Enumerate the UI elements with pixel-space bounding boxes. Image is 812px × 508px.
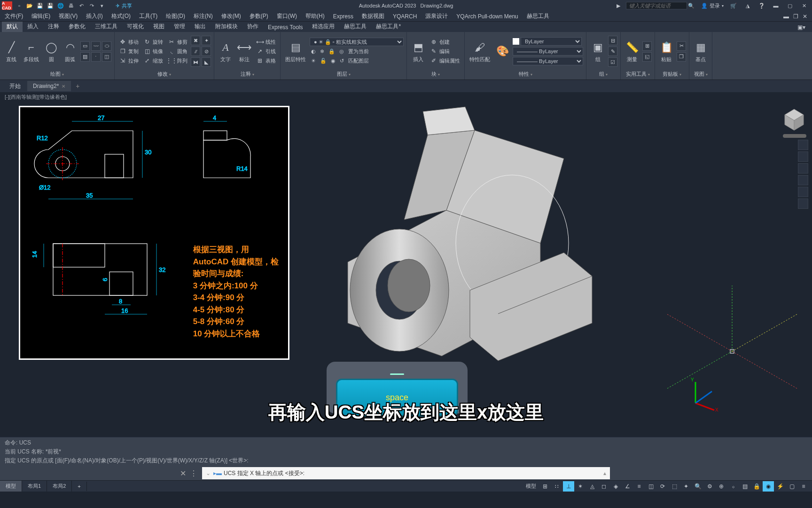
break-icon[interactable]: ⊘ [202,47,211,56]
ribbon-tab-insert[interactable]: 插入 [23,21,43,32]
drawing-canvas[interactable]: 27 4 R12 30 Ø12 35 R14 14 32 6 8 16 根据三视… [0,102,812,437]
group-sel-icon[interactable]: ☑ [608,57,617,67]
layer-props-button[interactable]: ▤图层特性 [283,39,308,64]
offset-icon[interactable]: ⫽ [191,47,200,56]
text-button[interactable]: A文字 [217,39,234,64]
menu-help[interactable]: 帮助(H) [304,11,327,21]
insert-block-button[interactable]: ⬒插入 [410,39,427,64]
ellipse-icon[interactable]: ⬭ [102,41,111,51]
panel-layer-label[interactable]: 图层 [283,70,404,79]
spline-icon[interactable]: 〰 [91,41,101,51]
edit-attr-button[interactable]: ✐编辑属性 [429,56,461,65]
annotation-monitor-icon[interactable]: ⊕ [716,481,727,492]
zoom-icon[interactable] [798,163,808,174]
edit-block-button[interactable]: ✎编辑 [429,47,461,56]
linetype-selector[interactable]: ———— ByLayer [513,57,583,65]
viewport-label[interactable]: [-][西南等轴测][带边缘着色] [0,92,812,102]
plot-icon[interactable]: 🖶 [67,1,75,10]
menu-window[interactable]: 窗口(W) [275,11,299,21]
open-icon[interactable]: 📂 [25,1,34,10]
osnap-toggle-icon[interactable]: ◻ [598,481,609,492]
showmotion-icon[interactable] [798,187,808,197]
polar-toggle-icon[interactable]: ✶ [575,481,586,492]
mirror-button[interactable]: ◫镜像 [142,47,164,56]
layer-thaw-icon[interactable]: ☀ [310,57,317,65]
cmd-recent-icon[interactable]: ⌄ [206,470,211,476]
redo-icon[interactable]: ↷ [87,1,96,10]
color-swatch[interactable] [513,38,519,45]
lineweight-selector[interactable]: ———— ByLayer [513,47,583,56]
menu-format[interactable]: 格式(O) [109,11,133,21]
copy-button[interactable]: ❐复制 [117,47,140,56]
paste-button[interactable]: 📋粘贴 [658,39,675,64]
ribbon-tab-output[interactable]: 输出 [190,21,211,32]
group-button[interactable]: ▣组 [589,39,606,64]
quick-props-icon[interactable]: ▤ [739,481,750,492]
doc-close-icon[interactable]: ✕ [801,12,809,21]
transparency-toggle-icon[interactable]: ◫ [645,481,656,492]
panel-block-label[interactable]: 块 [410,70,461,79]
join-icon[interactable]: ⧓ [191,57,200,67]
copyclip-icon[interactable]: ❐ [677,52,686,62]
hatch-icon[interactable]: ▨ [80,52,90,62]
linear-button[interactable]: ⟷线性 [255,38,277,46]
orbit-icon[interactable] [798,175,808,185]
layer-on-icon[interactable]: ◉ [329,57,337,65]
otrack-toggle-icon[interactable]: ∠ [622,481,633,492]
stretch-button[interactable]: ⇲拉伸 [117,56,140,65]
help-icon[interactable]: ❔ [757,1,766,10]
cart-icon[interactable]: 🛒 [729,1,738,10]
chamfer-icon[interactable]: ◣ [202,57,211,67]
palette-icon[interactable]: 🎨 [494,43,511,60]
layout-tab-layout1[interactable]: 布局1 [22,481,47,492]
ribbon-tab-hesi[interactable]: 赫思工具 [339,21,371,32]
command-line[interactable]: ⌄ ▸▬ ▴ [202,467,610,479]
annotation-scale-icon[interactable]: 🔍 [692,481,703,492]
grid-toggle-icon[interactable]: ⊞ [539,481,551,492]
lwt-toggle-icon[interactable]: ≡ [633,481,645,492]
cmd-close-icon[interactable]: ✕ [180,469,186,477]
panel-group-label[interactable]: 组 [589,70,617,79]
menu-insert[interactable]: 插入(I) [84,11,104,21]
explode-icon[interactable]: ✦ [202,36,211,45]
select-icon[interactable]: ◱ [642,52,652,62]
layer-lock-icon[interactable]: 🔒 [327,48,336,56]
layer-freeze-icon[interactable]: ❄ [319,48,326,56]
layer-unlock-icon[interactable]: 🔓 [319,57,328,65]
menu-source[interactable]: 源泉设计 [423,11,450,21]
cut-icon[interactable]: ✂ [677,41,686,51]
undo-icon[interactable]: ↶ [77,1,86,10]
panel-view-label[interactable]: 视图 [692,70,709,79]
panel-annotate-label[interactable]: 注释 [217,70,277,79]
lock-ui-icon[interactable]: 🔒 [751,481,762,492]
new-icon[interactable]: ▫ [15,1,23,10]
isolate-icon[interactable]: ◉ [763,481,774,492]
ribbon-tab-manage[interactable]: 管理 [169,21,190,32]
ribbon-tab-collab[interactable]: 协作 [242,21,263,32]
rect-icon[interactable]: ▭ [80,41,90,51]
line-button[interactable]: ╱直线 [3,39,20,64]
add-layout-button[interactable]: + [72,482,86,491]
doc-tab-drawing[interactable]: Drawing2*✕ [27,81,71,91]
ungroup-icon[interactable]: ⊟ [608,36,617,45]
saveas-icon[interactable]: 💾 [46,1,55,10]
login-button[interactable]: 👤 登录 ▾ [701,2,724,9]
table-button[interactable]: ⊞表格 [255,56,277,65]
menu-express[interactable]: Express [331,12,355,21]
match-layer-button[interactable]: 匹配图层 [347,57,370,65]
fillet-button[interactable]: ◟圆角 [166,47,189,56]
ribbon-tab-visualize[interactable]: 可视化 [122,21,148,32]
menu-edit[interactable]: 编辑(E) [30,11,52,21]
ribbon-tab-addins[interactable]: 附加模块 [211,21,242,32]
doc-restore-icon[interactable]: ❐ [791,12,800,21]
scale-button[interactable]: ⤢缩放 [142,56,164,65]
search-icon[interactable]: 🔍 [687,1,695,10]
trim-button[interactable]: ✂修剪 [166,38,189,46]
minimize-icon[interactable]: ▬ [772,1,780,10]
calc-icon[interactable]: ⊞ [642,41,652,51]
isodraft-toggle-icon[interactable]: ◬ [586,481,598,492]
panel-properties-label[interactable]: 特性 [468,70,583,79]
menu-dimension[interactable]: 标注(N) [192,11,215,21]
rotate-button[interactable]: ↻旋转 [142,38,164,46]
ribbon-tab-3d[interactable]: 三维工具 [90,21,122,32]
